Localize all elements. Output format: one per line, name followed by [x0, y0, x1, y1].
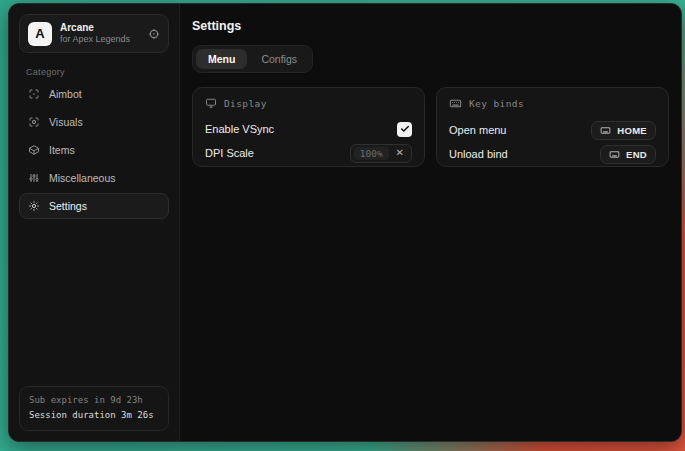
sidebar: A Arcane for Apex Legends Category — [9, 4, 180, 441]
display-card-header: Display — [205, 97, 412, 109]
keybinds-card-title: Key binds — [469, 98, 524, 109]
sidebar-item-miscellaneous[interactable]: Miscellaneous — [19, 165, 169, 191]
keyboard-icon — [600, 125, 611, 136]
logo-text: Arcane for Apex Legends — [60, 22, 140, 46]
dpi-row: DPI Scale 100% ✕ — [205, 141, 412, 165]
checkmark-icon — [400, 124, 410, 134]
monitor-icon — [205, 97, 217, 109]
tab-bar: Menu Configs — [192, 45, 313, 73]
app-title: Arcane — [60, 22, 140, 35]
eye-scan-icon — [28, 116, 40, 128]
sidebar-spacer — [19, 219, 169, 386]
tab-configs[interactable]: Configs — [249, 49, 309, 69]
clear-icon[interactable]: ✕ — [396, 148, 404, 158]
logo-card: A Arcane for Apex Legends — [19, 14, 169, 53]
app-subtitle: for Apex Legends — [60, 34, 140, 45]
unload-bind-row: Unload bind END — [449, 142, 656, 166]
keyboard-icon — [449, 97, 462, 110]
app-window: A Arcane for Apex Legends Category — [8, 3, 682, 442]
unload-keybind-button[interactable]: END — [600, 145, 656, 164]
dpi-label: DPI Scale — [205, 147, 254, 159]
gear-icon — [28, 200, 40, 212]
sub-expiry-text: Sub expires in 9d 23h — [29, 393, 159, 408]
open-menu-label: Open menu — [449, 124, 506, 136]
app-avatar: A — [28, 22, 52, 46]
sidebar-item-label: Miscellaneous — [49, 172, 116, 184]
dpi-scale-input[interactable]: 100% ✕ — [350, 144, 412, 163]
sidebar-item-aimbot[interactable]: Aimbot — [19, 81, 169, 107]
session-duration-text: Session duration 3m 26s — [29, 408, 159, 423]
sidebar-item-visuals[interactable]: Visuals — [19, 109, 169, 135]
sidebar-item-items[interactable]: Items — [19, 137, 169, 163]
unload-bind-key: END — [626, 149, 647, 160]
box-icon — [28, 144, 40, 156]
target-icon[interactable] — [148, 28, 160, 40]
open-menu-keybind-button[interactable]: HOME — [591, 121, 656, 140]
keyboard-icon — [609, 149, 620, 160]
sidebar-nav: Aimbot Visuals — [19, 81, 169, 219]
vsync-row: Enable VSync — [205, 117, 412, 141]
vsync-checkbox[interactable] — [397, 122, 412, 137]
subscription-status-card: Sub expires in 9d 23h Session duration 3… — [19, 386, 169, 431]
crosshair-icon — [28, 88, 40, 100]
sidebar-item-settings[interactable]: Settings — [19, 193, 169, 219]
cards-row: Display Enable VSync DPI Scale 100% ✕ — [192, 87, 669, 167]
keybinds-card-header: Key binds — [449, 97, 656, 110]
unload-bind-label: Unload bind — [449, 148, 508, 160]
main-panel: Settings Menu Configs Display — [180, 4, 682, 441]
keybinds-card: Key binds Open menu HOME — [436, 87, 669, 167]
display-card: Display Enable VSync DPI Scale 100% ✕ — [192, 87, 425, 167]
vsync-label: Enable VSync — [205, 123, 274, 135]
sidebar-item-label: Items — [49, 144, 75, 156]
display-card-title: Display — [224, 98, 267, 109]
sidebar-item-label: Settings — [49, 200, 87, 212]
sidebar-item-label: Aimbot — [49, 88, 82, 100]
sidebar-item-label: Visuals — [49, 116, 83, 128]
open-menu-key: HOME — [617, 125, 647, 136]
tab-menu[interactable]: Menu — [196, 49, 247, 69]
dpi-value: 100% — [354, 147, 389, 160]
open-menu-row: Open menu HOME — [449, 118, 656, 142]
page-title: Settings — [192, 19, 669, 33]
sliders-icon — [28, 172, 40, 184]
category-label: Category — [26, 67, 169, 77]
